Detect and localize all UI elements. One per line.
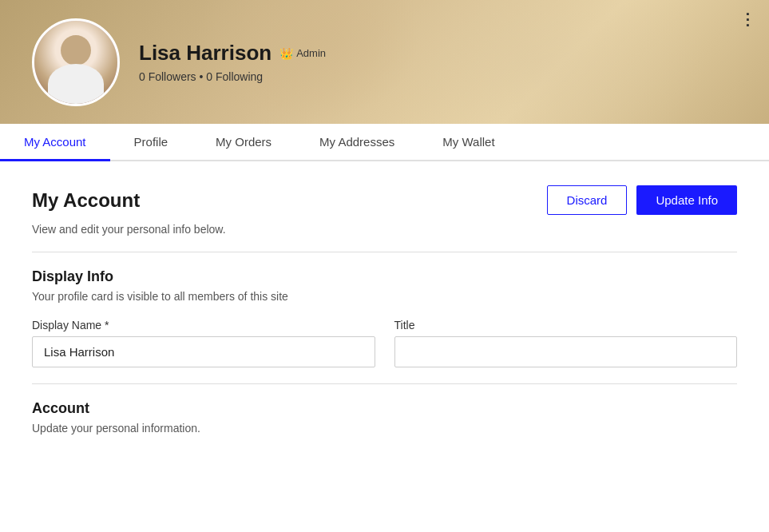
page-header: My Account Discard Update Info [32,185,737,215]
display-name-label: Display Name * [32,319,375,332]
avatar-image [34,21,117,104]
followers-count: 0 Followers [139,70,196,83]
display-name-input[interactable] [32,336,375,367]
tab-my-account[interactable]: My Account [0,124,110,160]
display-info-subtitle: Your profile card is visible to all memb… [32,290,737,303]
update-info-button[interactable]: Update Info [636,185,737,215]
display-info-title: Display Info [32,268,737,285]
tab-my-wallet[interactable]: My Wallet [418,124,518,160]
crown-icon: 👑 [279,47,293,60]
user-info: Lisa Harrison 👑 Admin 0 Followers • 0 Fo… [139,41,326,83]
page-subtitle: View and edit your personal info below. [32,223,737,236]
admin-label: Admin [296,47,326,59]
banner: Lisa Harrison 👑 Admin 0 Followers • 0 Fo… [0,0,769,124]
page-title: My Account [32,189,140,212]
user-name: Lisa Harrison [139,41,272,66]
tab-my-orders[interactable]: My Orders [192,124,295,160]
divider-2 [32,383,737,384]
stats-separator: • [199,70,203,83]
avatar [32,18,120,106]
following-count: 0 Following [206,70,263,83]
tabs-bar: My Account Profile My Orders My Addresse… [0,124,769,161]
title-input[interactable] [394,336,738,367]
banner-content: Lisa Harrison 👑 Admin 0 Followers • 0 Fo… [0,0,769,124]
admin-badge: 👑 Admin [279,47,326,60]
user-stats: 0 Followers • 0 Following [139,70,326,83]
account-title: Account [32,400,737,417]
tab-my-addresses[interactable]: My Addresses [295,124,418,160]
main-content: My Account Discard Update Info View and … [0,161,769,474]
account-subtitle: Update your personal information. [32,422,737,435]
banner-menu-button[interactable]: ⋮ [739,10,756,29]
action-buttons: Discard Update Info [547,185,737,215]
user-name-row: Lisa Harrison 👑 Admin [139,41,326,66]
title-group: Title [394,319,738,367]
discard-button[interactable]: Discard [547,185,628,215]
tab-profile[interactable]: Profile [110,124,192,160]
display-name-group: Display Name * [32,319,375,367]
display-info-form: Display Name * Title [32,319,737,367]
divider-1 [32,252,737,252]
title-label: Title [394,319,738,332]
